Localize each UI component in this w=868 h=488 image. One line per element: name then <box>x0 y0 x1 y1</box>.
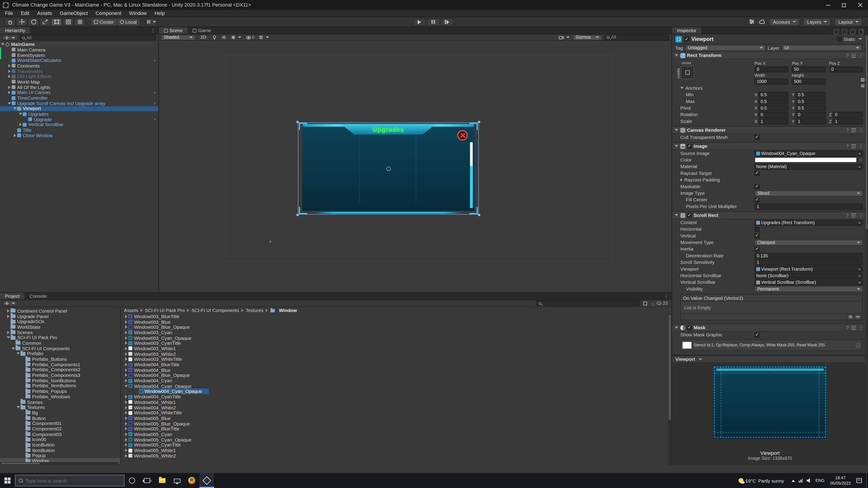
dropdown[interactable]: Sliced <box>754 190 863 196</box>
min-x-field[interactable]: 0.5 <box>758 92 788 98</box>
max-x-field[interactable]: 0.5 <box>758 98 788 104</box>
project-folder-row[interactable]: Bg <box>0 410 120 416</box>
hierarchy-item[interactable]: Close Window <box>0 133 158 138</box>
checkbox[interactable] <box>754 197 760 202</box>
component-enabled-checkbox[interactable] <box>687 144 692 149</box>
create-object-button[interactable] <box>2 35 18 40</box>
layers-dropdown[interactable]: Layers <box>803 18 831 26</box>
tab-project[interactable]: Project <box>0 293 25 299</box>
checkbox[interactable] <box>754 135 760 140</box>
shading-mode-dropdown[interactable]: Shaded <box>161 35 195 40</box>
tab-game[interactable]: Game <box>188 27 216 34</box>
action-center-icon[interactable] <box>857 478 862 483</box>
checkbox[interactable] <box>754 184 760 189</box>
component-enabled-checkbox[interactable] <box>687 213 692 218</box>
color-field[interactable] <box>754 157 857 163</box>
menu-item[interactable]: GameObject <box>56 10 92 17</box>
effects-dropdown[interactable] <box>230 35 243 40</box>
more-menu-icon[interactable] <box>859 144 863 149</box>
tab-inspector[interactable]: Inspector <box>672 27 702 34</box>
project-folder-row[interactable]: Prefabs_Buttons <box>0 357 120 362</box>
rotate-tool-button[interactable] <box>28 18 39 26</box>
status-icon[interactable] <box>859 29 864 34</box>
project-file-row[interactable]: Window005_White2 <box>121 453 672 458</box>
project-folder-row[interactable]: Prefabs_Popups <box>0 389 120 394</box>
project-file-row[interactable]: Window004_Cyan_Opaque <box>121 383 672 389</box>
grid-snapping-button[interactable] <box>146 18 157 26</box>
gameobject-name-field[interactable]: Viewport <box>691 36 835 42</box>
prefab-open-arrow[interactable] <box>154 58 158 63</box>
scale-tool-button[interactable] <box>39 18 51 26</box>
checkbox[interactable] <box>754 247 760 252</box>
account-dropdown[interactable]: Account <box>769 18 800 26</box>
hierarchy-search-input[interactable]: All <box>20 35 156 40</box>
prefab-open-arrow[interactable] <box>154 117 158 122</box>
project-file-row[interactable]: Window004_Cyan <box>121 378 672 383</box>
project-folder-row[interactable]: SCI-FI UI Pack Pro <box>0 335 120 340</box>
min-y-field[interactable]: 0.5 <box>796 92 826 98</box>
panel-menu-icon[interactable] <box>148 27 158 34</box>
project-folder-row[interactable]: Prefabs_ItemButtons <box>0 383 120 389</box>
checkbox[interactable] <box>754 233 760 238</box>
project-file-row[interactable]: Window004_CyanTitle <box>121 394 672 399</box>
panel-menu-icon[interactable] <box>661 293 672 299</box>
project-folder-row[interactable]: Icon00 <box>0 437 120 442</box>
raw-edit-button[interactable]: R <box>860 83 866 88</box>
status-icon[interactable] <box>842 29 847 34</box>
hierarchy-item[interactable]: Upgrade <box>0 117 158 122</box>
task-view-button[interactable] <box>140 473 154 488</box>
number-field[interactable]: 1 <box>754 203 863 209</box>
project-file-row[interactable]: Window003_Cyan <box>121 330 672 335</box>
dropdown[interactable]: Clamped <box>754 239 863 246</box>
presets-icon[interactable] <box>851 128 856 132</box>
tab-scene[interactable]: Scene <box>159 27 188 34</box>
more-menu-icon[interactable] <box>859 213 863 218</box>
project-file-row[interactable]: Window004_Blue_Opaque <box>121 373 672 378</box>
add-event-button[interactable] <box>847 314 854 320</box>
project-file-row[interactable]: Window005_White1 <box>121 448 672 453</box>
project-folder-row[interactable]: Upgrade Panel <box>0 314 120 319</box>
project-folder-row[interactable]: Prefabs_IconButtons <box>0 378 120 383</box>
gizmos-dropdown[interactable]: Gizmos <box>573 35 602 40</box>
object-field[interactable]: None (Material) <box>754 164 863 170</box>
project-file-row[interactable]: Window003_White2 <box>121 351 672 357</box>
help-icon[interactable] <box>846 53 848 58</box>
scroll-rect-header[interactable]: Scroll Rect <box>672 212 865 219</box>
breadcrumb-item[interactable]: Window <box>279 308 297 313</box>
pause-button[interactable] <box>427 18 440 26</box>
width-field[interactable]: 1000 <box>754 78 788 85</box>
pos-y-field[interactable]: 50 <box>792 66 826 72</box>
search-by-type-icon[interactable] <box>642 300 649 306</box>
project-folder-row[interactable]: Prefabs <box>0 351 120 357</box>
window-titlebar[interactable]: Climate Change Game V3 - MainGame - PC, … <box>0 0 868 10</box>
tab-hierarchy[interactable]: Hierarchy <box>0 27 30 34</box>
lighting-toggle[interactable] <box>211 35 218 40</box>
hierarchy-item[interactable]: Travelnodes <box>0 68 158 74</box>
scale-x-field[interactable]: 1 <box>758 118 788 124</box>
project-folder-row[interactable]: Button <box>0 416 120 421</box>
camera-settings-dropdown[interactable] <box>557 35 571 40</box>
object-picker-icon[interactable] <box>857 280 861 284</box>
unity-taskbar-button[interactable] <box>199 473 214 488</box>
object-field[interactable]: Window004_Cyan_Opaque <box>754 150 863 156</box>
project-folder-row[interactable]: UpgradeSOs <box>0 319 120 324</box>
project-file-row[interactable]: Window004_Blue <box>121 367 672 373</box>
scale-z-field[interactable]: 1 <box>833 118 863 124</box>
project-file-row[interactable]: Window003_White1 <box>121 346 672 351</box>
minimize-button[interactable] <box>820 0 836 10</box>
preview-header[interactable]: Viewport <box>672 356 868 363</box>
presets-icon[interactable] <box>851 213 856 217</box>
breadcrumb-item[interactable]: SCI-FI UI Components <box>191 308 239 313</box>
project-folder-row[interactable]: SCI-FI UI Components <box>0 346 120 351</box>
pivot-y-field[interactable]: 0.5 <box>796 105 826 111</box>
hierarchy-item[interactable]: Old Light Effects <box>0 74 158 79</box>
object-field[interactable]: None (Scrollbar) <box>754 272 863 279</box>
menu-item[interactable]: Help <box>151 10 168 17</box>
project-folder-row[interactable]: Continent Control Panel <box>0 308 120 314</box>
clock[interactable]: 18:47 05/05/2022 <box>828 475 853 486</box>
hierarchy-item[interactable]: WorldStateCalculator <box>0 58 158 63</box>
transform-tool-button[interactable] <box>63 18 74 26</box>
presets-icon[interactable] <box>851 326 856 329</box>
hierarchy-item[interactable]: Upgrade Scroll Canvas incl Upgrade array <box>0 101 158 106</box>
status-icon[interactable] <box>834 29 839 34</box>
